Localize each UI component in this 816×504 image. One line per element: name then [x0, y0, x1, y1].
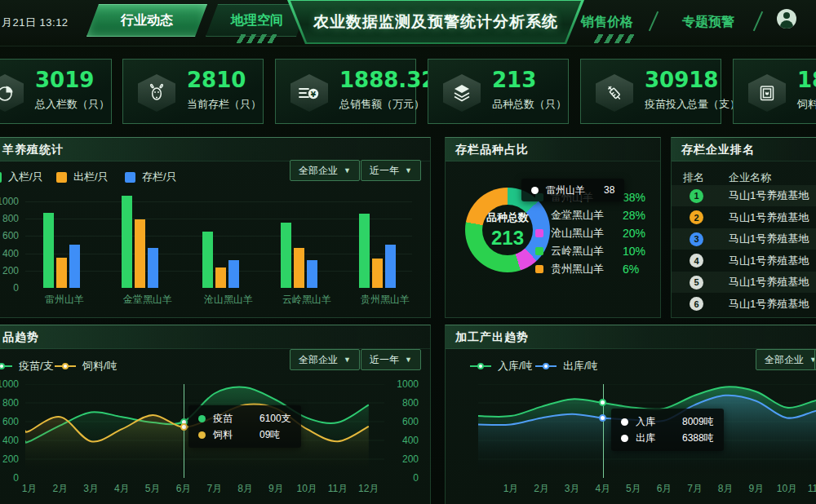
panel-title: 存栏企业排名	[681, 143, 755, 157]
legend-item[interactable]: 饲料/吨	[55, 359, 118, 374]
legend-item[interactable]: 出库/吨	[535, 359, 598, 374]
nav-tab-label: 行业动态	[121, 12, 173, 29]
bar[interactable]	[385, 245, 396, 288]
bar[interactable]	[202, 232, 213, 288]
nav-divider	[649, 11, 659, 32]
ranking-row[interactable]: 4马山1号养殖基地	[672, 250, 816, 272]
decorative-hatch-left	[232, 34, 282, 43]
ranking-row[interactable]: 2马山1号养殖基地	[672, 207, 816, 228]
panel-header: 羊养殖统计	[0, 138, 430, 161]
legend-item[interactable]: 入栏/只	[0, 170, 43, 184]
panel-variety-share: 存栏品种占比 品种总数 213 雷州山羊38%金堂黑山羊28%沧山黑山羊20%云…	[445, 137, 661, 318]
gridline	[25, 254, 412, 254]
top-nav: 月21日 13:12 行业动态 地理空间 农业数据监测及预警统计分析系统 销售价…	[0, 0, 816, 46]
x-tick: 4月	[105, 482, 138, 496]
chevron-down-icon: ▼	[344, 166, 351, 175]
y-tick: 400	[0, 435, 19, 446]
syringe-icon	[596, 74, 633, 112]
bar[interactable]	[294, 248, 304, 288]
x-tick: 9月	[259, 482, 292, 496]
gridline	[25, 236, 412, 237]
line-chart[interactable]: 入库8009吨出库6388吨	[478, 384, 816, 478]
panel-header: 品趋势	[0, 325, 430, 349]
x-tick: 8月	[709, 482, 742, 496]
legend-chip	[0, 172, 2, 183]
bar[interactable]	[307, 260, 317, 288]
x-tick: 7月	[198, 482, 231, 496]
company-name: 马山1号养殖基地	[729, 210, 809, 225]
nav-divider	[753, 11, 763, 32]
panel-title: 品趋势	[2, 330, 39, 345]
x-tick: 2月	[526, 482, 558, 496]
x-tick: 11月	[322, 482, 354, 496]
y-tick: 600	[0, 416, 19, 427]
ranking-row[interactable]: 5马山1号养殖基地	[672, 272, 816, 293]
time-filter-dropdown[interactable]: 近一年▼	[361, 160, 421, 181]
stat-label: 品种总数（只）	[492, 97, 566, 112]
x-tick: 10月	[290, 482, 323, 496]
legend-item[interactable]: 出栏/只	[56, 170, 109, 184]
feed-bag-icon	[748, 74, 786, 112]
bar[interactable]	[228, 260, 239, 288]
legend-item[interactable]: 贵州黑山羊6%	[535, 262, 639, 276]
bar[interactable]	[69, 245, 80, 288]
bar[interactable]	[281, 223, 291, 288]
x-tick: 4月	[587, 482, 619, 496]
y-tick-right: 0	[391, 472, 419, 484]
legend-item[interactable]: 疫苗/支	[0, 359, 54, 374]
app-title-banner: 农业数据监测及预警统计分析系统	[287, 0, 584, 44]
bar-chart[interactable]	[25, 201, 412, 288]
company-filter-dropdown[interactable]: 全部企业▼	[756, 349, 816, 370]
nav-tab-industry[interactable]: 行业动态	[86, 4, 207, 37]
stat-value: 3019	[35, 68, 94, 92]
stat-label: 当前存栏（只）	[187, 97, 261, 112]
x-tick: 沧山黑山羊	[204, 293, 237, 307]
legend-item[interactable]: 存栏/只	[125, 170, 177, 184]
time-filter-dropdown[interactable]: 近一年▼	[361, 349, 421, 370]
legend-item[interactable]: 金堂黑山羊28%	[535, 208, 645, 223]
panel-header: 加工产出趋势	[446, 325, 816, 349]
company-filter-dropdown[interactable]: 全部企业▼	[290, 349, 360, 370]
legend-line-marker	[535, 365, 557, 367]
bar[interactable]	[43, 213, 54, 288]
x-tick: 7月	[679, 482, 712, 496]
line-chart[interactable]: 疫苗6100支饲料09吨	[25, 384, 384, 478]
rank-badge: 4	[690, 254, 703, 267]
stat-value: 2810	[187, 68, 246, 92]
y-tick: 1000	[0, 196, 19, 207]
nav-tab-sales-price[interactable]: 销售价格	[581, 14, 633, 31]
app-title: 农业数据监测及预警统计分析系统	[313, 11, 558, 33]
company-name: 马山1号养殖基地	[729, 254, 809, 268]
bar[interactable]	[359, 214, 370, 288]
x-tick: 10月	[770, 482, 803, 496]
legend-item[interactable]: 沧山黑山羊20%	[535, 226, 645, 241]
legend-item[interactable]: 云岭黑山羊10%	[535, 244, 645, 259]
rank-badge: 1	[690, 189, 703, 203]
bar[interactable]	[148, 248, 158, 288]
bar[interactable]	[122, 196, 132, 288]
legend-chip	[535, 265, 543, 273]
company-name: 马山1号养殖基地	[729, 232, 809, 246]
x-tick: 雷州山羊	[45, 293, 78, 307]
nav-tab-warning[interactable]: 专题预警	[682, 14, 734, 31]
crosshair-dot	[180, 423, 188, 431]
gridline	[25, 201, 412, 202]
ranking-row[interactable]: 6马山1号养殖基地	[672, 294, 816, 315]
user-avatar-icon[interactable]	[777, 9, 796, 29]
legend-line-marker	[470, 365, 491, 367]
panel-header: 存栏企业排名	[672, 138, 816, 161]
legend-chip	[125, 172, 135, 183]
ranking-row[interactable]: 3马山1号养殖基地	[672, 228, 816, 250]
ranking-row[interactable]: 1马山1号养殖基地	[672, 185, 816, 206]
y-tick-right: 800	[391, 397, 419, 409]
bar[interactable]	[215, 267, 226, 288]
bar[interactable]	[135, 219, 145, 288]
bar[interactable]	[56, 258, 67, 288]
rank-badge: 3	[690, 232, 703, 246]
bar[interactable]	[372, 259, 383, 288]
rank-badge: 6	[690, 297, 703, 311]
sales-icon: ¥	[290, 74, 328, 112]
company-filter-dropdown[interactable]: 全部企业▼	[290, 160, 360, 181]
stat-tile: ¥1888.32总销售额（万元）	[275, 59, 416, 124]
legend-item[interactable]: 入库/吨	[470, 359, 533, 374]
